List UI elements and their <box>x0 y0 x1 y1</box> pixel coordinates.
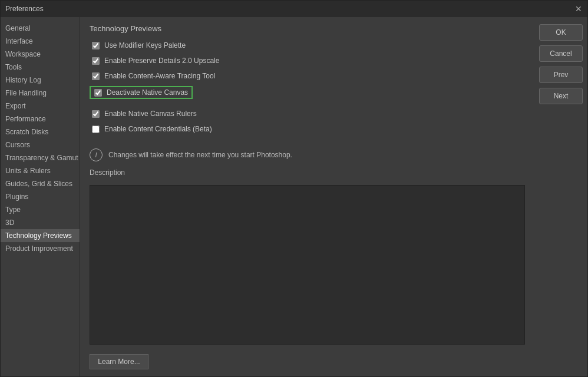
main-panel: Technology Previews Use Modifier Keys Pa… <box>80 17 534 376</box>
sidebar-item-units-rulers[interactable]: Units & Rulers <box>1 164 80 177</box>
checkbox-row-modifier-keys: Use Modifier Keys Palette <box>90 40 525 51</box>
sidebar-item-tools[interactable]: Tools <box>1 61 80 74</box>
content-area: GeneralInterfaceWorkspaceToolsHistory Lo… <box>1 17 587 376</box>
next-button[interactable]: Next <box>539 88 583 104</box>
action-buttons: OK Cancel Prev Next <box>534 17 587 376</box>
learn-more-button[interactable]: Learn More... <box>90 354 148 369</box>
checkbox-row-content-credentials: Enable Content Credentials (Beta) <box>90 124 525 134</box>
sidebar-item-history-log[interactable]: History Log <box>1 74 80 87</box>
checkbox-row-deactivate-canvas: Deactivate Native Canvas <box>90 86 193 99</box>
title-bar: Preferences ✕ <box>1 1 587 17</box>
checkbox-label-content-aware: Enable Content-Aware Tracing Tool <box>104 72 215 80</box>
info-icon: i <box>90 148 103 161</box>
checkbox-deactivate-canvas[interactable] <box>94 89 102 97</box>
close-button[interactable]: ✕ <box>574 5 583 13</box>
sidebar-item-technology-previews[interactable]: Technology Previews <box>1 229 80 242</box>
window-title: Preferences <box>5 5 44 13</box>
prev-button[interactable]: Prev <box>539 67 583 83</box>
checkbox-label-content-credentials: Enable Content Credentials (Beta) <box>104 125 212 133</box>
checkbox-label-preserve-details: Enable Preserve Details 2.0 Upscale <box>104 57 219 65</box>
checkbox-native-canvas-rulers[interactable] <box>92 110 100 118</box>
cancel-button[interactable]: Cancel <box>539 45 583 62</box>
checkboxes-group: Use Modifier Keys PaletteEnable Preserve… <box>90 40 525 139</box>
sidebar-item-interface[interactable]: Interface <box>1 35 80 48</box>
sidebar-item-workspace[interactable]: Workspace <box>1 48 80 61</box>
sidebar-item-type[interactable]: Type <box>1 203 80 216</box>
sidebar-item-performance[interactable]: Performance <box>1 113 80 125</box>
checkbox-content-credentials[interactable] <box>92 125 100 133</box>
sidebar-item-3d[interactable]: 3D <box>1 216 80 229</box>
sidebar-item-file-handling[interactable]: File Handling <box>1 87 80 100</box>
checkbox-preserve-details[interactable] <box>92 57 100 65</box>
checkbox-label-native-canvas-rulers: Enable Native Canvas Rulers <box>104 110 197 118</box>
description-section: Description Learn More... <box>90 168 525 369</box>
sidebar-item-product-improvement[interactable]: Product Improvement <box>1 242 80 255</box>
description-box <box>90 185 525 345</box>
sidebar-item-cursors[interactable]: Cursors <box>1 138 80 151</box>
checkbox-modifier-keys[interactable] <box>92 42 100 49</box>
description-label: Description <box>90 168 525 177</box>
checkbox-label-modifier-keys: Use Modifier Keys Palette <box>104 41 186 49</box>
sidebar-item-plugins[interactable]: Plugins <box>1 190 80 203</box>
checkbox-label-deactivate-canvas: Deactivate Native Canvas <box>107 88 188 97</box>
info-message: Changes will take effect the next time y… <box>108 151 292 159</box>
checkbox-row-preserve-details: Enable Preserve Details 2.0 Upscale <box>90 55 525 66</box>
section-title: Technology Previews <box>90 24 525 33</box>
checkbox-row-content-aware: Enable Content-Aware Tracing Tool <box>90 71 525 81</box>
sidebar-item-transparency-gamut[interactable]: Transparency & Gamut <box>1 151 80 164</box>
sidebar-item-export[interactable]: Export <box>1 100 80 113</box>
ok-button[interactable]: OK <box>539 24 583 41</box>
preferences-window: Preferences ✕ GeneralInterfaceWorkspaceT… <box>0 0 588 377</box>
checkbox-row-native-canvas-rulers: Enable Native Canvas Rulers <box>90 108 525 119</box>
info-row: i Changes will take effect the next time… <box>90 148 525 161</box>
sidebar-item-general[interactable]: General <box>1 22 80 35</box>
sidebar: GeneralInterfaceWorkspaceToolsHistory Lo… <box>1 17 80 376</box>
sidebar-item-guides-grid-slices[interactable]: Guides, Grid & Slices <box>1 177 80 190</box>
checkbox-content-aware[interactable] <box>92 72 100 80</box>
sidebar-item-scratch-disks[interactable]: Scratch Disks <box>1 125 80 138</box>
